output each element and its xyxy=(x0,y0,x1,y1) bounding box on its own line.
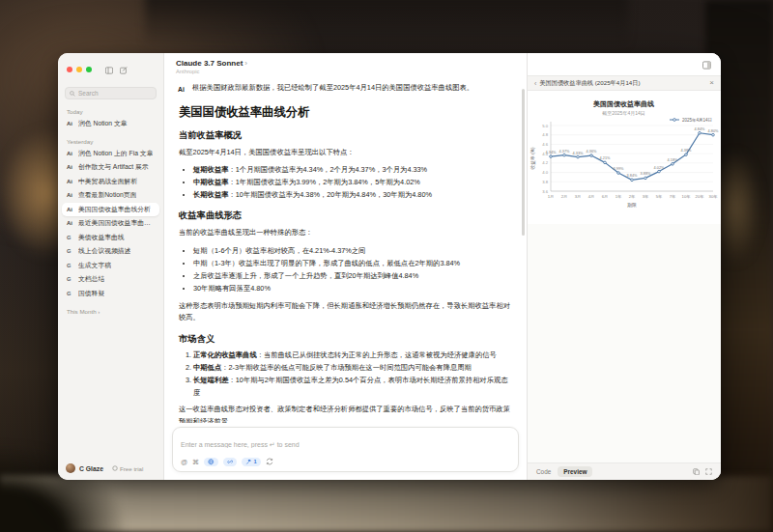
svg-text:2年: 2年 xyxy=(629,194,636,199)
svg-text:2月: 2月 xyxy=(561,194,568,199)
tab-code[interactable]: Code xyxy=(536,468,551,475)
section-label-today: Today xyxy=(58,101,163,117)
composer-toolbar: @ ⌘ 1 xyxy=(181,458,510,467)
svg-text:期限: 期限 xyxy=(627,203,637,208)
svg-text:4.18%: 4.18% xyxy=(668,158,678,162)
chat-title: 中美贸易战全面解析 xyxy=(78,177,137,186)
section-heading: 收益率曲线形态 xyxy=(179,210,511,222)
expand-icon[interactable] xyxy=(705,468,712,475)
svg-text:3.99%: 3.99% xyxy=(614,167,624,171)
chat-title: 润色 Notion 上的 Fia 文章 xyxy=(78,149,153,158)
list-item: 中期收益率：1年期国债收益率为3.99%，2年期为3.84%，5年期为4.02% xyxy=(193,176,511,188)
sidebar-item-chat[interactable]: G国债释疑 xyxy=(62,287,159,301)
section-lead: 当前的收益率曲线呈现出一种特殊的形态： xyxy=(179,227,511,239)
chat-title: 国债释疑 xyxy=(78,289,104,298)
numbered-list: 正常化的收益率曲线：当前曲线已从倒挂状态转为正常的上升形态，这通常被视为经济健康… xyxy=(179,349,511,400)
sidebar-item-chat[interactable]: G生成文字稿 xyxy=(62,259,159,273)
google-logo-icon: G xyxy=(67,248,74,254)
user-account-row[interactable]: C Glaze Free trial xyxy=(58,457,163,480)
message-title: 美国国债收益率曲线分析 xyxy=(179,104,511,121)
chat-title: 文档总结 xyxy=(78,274,104,284)
svg-text:4.21%: 4.21% xyxy=(600,156,611,160)
web-search-toggle[interactable] xyxy=(204,458,218,467)
model-selector[interactable]: Claude 3.7 Sonnet› xyxy=(176,59,515,68)
minimize-window-button[interactable] xyxy=(76,67,82,72)
anthropic-logo-icon: Ai xyxy=(67,151,74,156)
list-item: 30年期略有回落至4.80% xyxy=(193,282,511,294)
panel-topbar xyxy=(528,53,721,75)
sidebar-item-chat[interactable]: Ai中美贸易战全面解析 xyxy=(62,175,159,189)
command-icon[interactable]: ⌘ xyxy=(192,459,199,465)
close-icon[interactable]: × xyxy=(709,79,714,87)
plan-badge: Free trial xyxy=(112,465,143,472)
search-input[interactable] xyxy=(78,90,152,97)
list-item: 短期（1-6个月）收益率相对较高，在4.21%-4.37%之间 xyxy=(193,244,511,257)
svg-text:4.36%: 4.36% xyxy=(587,150,597,154)
sidebar-item-chat[interactable]: Ai最近美国国债收益率曲线给... xyxy=(62,216,159,231)
anthropic-logo-icon: Ai xyxy=(67,192,74,198)
sidebar-item-chat[interactable]: G线上会议视频描述 xyxy=(62,244,159,259)
svg-text:4.80%: 4.80% xyxy=(708,129,719,133)
artifact-header: ‹ 美国国债收益率曲线 (2025年4月14日) × xyxy=(528,75,721,91)
back-chevron-icon[interactable]: ‹ xyxy=(534,80,536,87)
model-switch-icon[interactable] xyxy=(266,458,273,465)
svg-text:20年: 20年 xyxy=(696,194,705,199)
svg-text:2025年4月14日: 2025年4月14日 xyxy=(682,118,712,123)
message-composer[interactable]: @ ⌘ 1 xyxy=(172,427,519,473)
anthropic-logo-icon: Ai xyxy=(67,164,74,170)
sidebar-toggle-icon[interactable] xyxy=(105,61,113,78)
link-icon xyxy=(227,459,234,465)
yield-curve-chart: 美国国债收益率曲线截至2025年4月14日2025年4月14日3.63.84.0… xyxy=(528,95,720,218)
hammer-icon xyxy=(245,459,252,465)
connector-toggle[interactable] xyxy=(223,458,238,467)
tab-preview[interactable]: Preview xyxy=(558,466,592,477)
message-input[interactable] xyxy=(181,441,510,448)
svg-text:截至2025年4月14日: 截至2025年4月14日 xyxy=(601,110,644,117)
svg-text:1年: 1年 xyxy=(616,194,622,199)
svg-text:4.37%: 4.37% xyxy=(559,150,570,154)
chat-header: Claude 3.7 Sonnet› Anthropic xyxy=(164,53,527,77)
sidebar-item-chat-active[interactable]: Ai美国国债收益率曲线分析 xyxy=(62,203,159,217)
scrollbar[interactable] xyxy=(522,89,525,236)
chat-title: 美国国债收益率曲线分析 xyxy=(78,205,151,214)
svg-text:1月: 1月 xyxy=(548,194,555,199)
google-logo-icon: G xyxy=(67,276,74,282)
svg-text:5.0: 5.0 xyxy=(542,124,548,128)
zoom-window-button[interactable] xyxy=(86,67,92,72)
sidebar-item-chat[interactable]: G美债收益率曲线 xyxy=(62,231,159,245)
anthropic-logo-icon: Ai xyxy=(67,179,74,184)
svg-text:7年: 7年 xyxy=(670,194,676,199)
svg-text:4.8: 4.8 xyxy=(542,132,548,137)
section-heading: 当前收益率概况 xyxy=(179,129,511,142)
section-this-month[interactable]: This Month › xyxy=(58,300,163,317)
chat-main: Claude 3.7 Sonnet› Anthropic Ai 根据美国财政部最… xyxy=(164,53,527,480)
artifact-body xyxy=(528,224,721,462)
search-icon xyxy=(70,91,75,97)
svg-text:3年: 3年 xyxy=(643,194,649,199)
google-logo-icon: G xyxy=(67,235,74,240)
svg-text:4.2: 4.2 xyxy=(542,160,548,165)
svg-text:3.8: 3.8 xyxy=(542,180,548,184)
sidebar: Today Ai 润色 Notion 文章 Yesterday Ai润色 Not… xyxy=(58,53,164,480)
avatar xyxy=(66,463,75,473)
bullet-list: 短期（1-6个月）收益率相对较高，在4.21%-4.37%之间 中期（1-3年）… xyxy=(179,244,511,295)
copy-artifact-icon[interactable] xyxy=(693,468,700,475)
sidebar-item-chat[interactable]: Ai创作散文与 Artifact 展示 xyxy=(62,160,159,175)
panel-toggle-icon[interactable] xyxy=(702,56,711,73)
chat-title: 生成文字稿 xyxy=(78,261,111,270)
svg-text:3.88%: 3.88% xyxy=(641,172,651,176)
svg-text:30年: 30年 xyxy=(709,194,719,199)
tools-toggle[interactable]: 1 xyxy=(242,458,261,467)
mention-icon[interactable]: @ xyxy=(181,459,187,465)
search-box[interactable] xyxy=(65,87,157,99)
sidebar-item-chat[interactable]: G文档总结 xyxy=(62,272,159,287)
sidebar-item-chat[interactable]: Ai 润色 Notion 文章 xyxy=(62,117,159,131)
close-window-button[interactable] xyxy=(67,67,72,72)
bullet-list: 短期收益率：1个月期国债收益率为4.34%，2个月为4.37%，3个月为4.33… xyxy=(179,163,511,201)
sidebar-item-chat[interactable]: Ai查看最新Notion页面 xyxy=(62,188,159,203)
chat-title: 美债收益率曲线 xyxy=(78,233,125,242)
svg-text:5年: 5年 xyxy=(656,194,663,199)
new-chat-icon[interactable] xyxy=(120,61,128,78)
window-controls xyxy=(58,53,163,82)
sidebar-item-chat[interactable]: Ai润色 Notion 上的 Fia 文章 xyxy=(62,147,159,161)
